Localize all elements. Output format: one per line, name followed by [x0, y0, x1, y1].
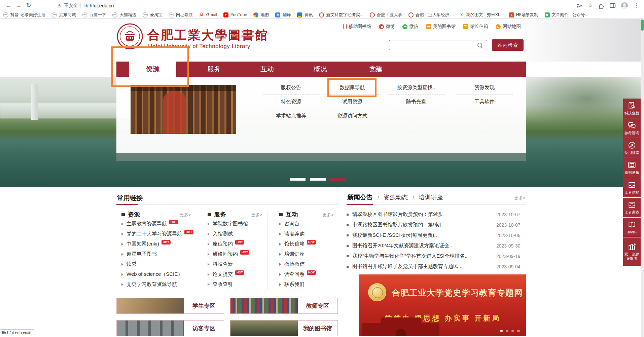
quick-link-item[interactable]: 读秀 — [121, 261, 137, 267]
news-more-link[interactable]: 更多> — [514, 195, 525, 201]
news-item[interactable]: 图书馆召开领导班子及党员干部主题教育专题民..2023-09-04 — [347, 263, 526, 270]
bookmark-item[interactable]: 天猫精选 — [112, 12, 136, 18]
bookmark-item[interactable]: 文章附件 - 公众号... — [545, 12, 588, 18]
quick-link-item[interactable]: Web of science（SCIE） — [121, 271, 183, 277]
megamenu-item-by-resource-type[interactable]: 按资源类型查找.. — [388, 81, 445, 95]
quick-link-item[interactable]: 超星电子图书 — [121, 251, 157, 257]
scrollbar-thumb[interactable] — [641, 20, 644, 31]
quick-link-item[interactable]: 中国知网(cnki)HOT — [121, 241, 171, 247]
megamenu-item-cd-rom[interactable]: 随书光盘 — [388, 95, 445, 109]
bookmark-item[interactable]: X我的图文 - 秀米XI... — [459, 12, 502, 18]
quick-link-item[interactable]: 科技查新 — [208, 261, 233, 267]
back-icon[interactable]: ← — [3, 0, 13, 11]
mobile-library-link[interactable]: 移动图书馆 — [343, 24, 371, 30]
university-emblem-logo[interactable] — [116, 23, 143, 50]
quick-link-item[interactable]: 论文提交HOT — [208, 271, 244, 277]
sidebar-reference-consult-button[interactable]: 参考咨询 — [623, 118, 641, 138]
my-library-link[interactable]: 我的图书馆 — [426, 24, 456, 30]
quick-link-item[interactable]: 党史学习教育资源导航 — [121, 281, 177, 288]
news-item[interactable]: 翡翠湖校区图书馆影片欣赏预约：第9期..2023-10-07 — [347, 211, 526, 218]
visitor-zone-banner[interactable]: 访客专区 — [116, 320, 224, 336]
carousel-dot[interactable] — [511, 330, 514, 332]
quick-link-item[interactable]: 研修间预约HOT — [208, 251, 249, 257]
search-icon[interactable] — [477, 43, 482, 47]
quick-link-item[interactable]: 主题教育资源导航HOT — [121, 221, 178, 227]
more-link[interactable]: 更多> — [322, 212, 334, 218]
carousel-dot[interactable] — [500, 330, 503, 332]
nav-item-party[interactable]: 党建 — [352, 62, 399, 77]
not-secure-warning-icon[interactable]: ⚠ — [57, 3, 62, 8]
nav-item-overview[interactable]: 概况 — [297, 62, 344, 77]
weibo-link[interactable]: 微博 — [379, 24, 395, 30]
tab-news-announcements[interactable]: 新闻公告 — [347, 193, 373, 202]
sidebar-reader-mailbox-button[interactable]: 读者信箱 — [623, 178, 641, 197]
tab-training-lectures[interactable]: 培训讲座 — [419, 193, 443, 201]
bookmark-item[interactable]: 百度一下 — [82, 12, 106, 18]
sidebar-sci-tech-check-button[interactable]: 科技查新 — [623, 99, 641, 118]
quick-link-item[interactable]: 入馆测试 — [208, 231, 233, 237]
news-item[interactable]: 图书馆召开2024年文献资源建设方案论证会..2023-09-30 — [347, 242, 526, 249]
quick-link-item[interactable]: 学院数字图书馆 — [208, 221, 248, 227]
site-search-input[interactable] — [389, 40, 487, 50]
bookmark-item[interactable]: 5H5场景复制 — [509, 12, 538, 18]
quick-link-item[interactable]: 咨询台 — [279, 221, 299, 227]
sidebar-book-plus-button[interactable]: Book+ — [623, 218, 641, 237]
sitemap-link[interactable]: 网站地图 — [496, 24, 521, 30]
quick-link-item[interactable]: 微博微信 — [279, 261, 305, 267]
megamenu-item-tools[interactable]: 工具软件 — [456, 95, 513, 109]
quick-link-item[interactable]: 调查问卷HOT — [279, 271, 316, 277]
news-item[interactable]: 我校最新SCI-E /SSCI收录(每周更新)..2023-10-06 — [347, 232, 526, 238]
more-link[interactable]: 更多> — [180, 212, 191, 218]
site-search-button[interactable]: 站内检索 — [492, 39, 524, 51]
quick-link-item[interactable]: 党的二十大学习资源导航HOT — [121, 231, 193, 237]
tab-resource-updates[interactable]: 资源动态 — [384, 193, 408, 201]
share-icon[interactable] — [576, 3, 582, 9]
quick-link-item[interactable]: 读者荐购 — [279, 231, 305, 237]
quick-link-item[interactable]: 联系我们 — [279, 281, 305, 288]
nav-item-resources[interactable]: 资源 — [129, 62, 176, 77]
profile-avatar[interactable] — [621, 2, 628, 9]
sidebar-new-books-button[interactable]: 新书通报 — [623, 158, 641, 177]
bookmark-item[interactable]: 合肥工业大学 — [370, 12, 402, 18]
extensions-puzzle-icon[interactable] — [598, 3, 604, 9]
bookmark-item[interactable]: ▶YouTube — [223, 12, 247, 17]
bookmark-item[interactable]: 爱淘宝 — [143, 12, 163, 18]
menu-dots-icon[interactable]: ⋮ — [633, 0, 639, 11]
megamenu-item-discovery[interactable]: 资源发现 — [456, 81, 513, 95]
student-zone-banner[interactable]: 学生专区 — [116, 298, 224, 314]
news-item[interactable]: 屯溪路校区图书馆影片欣赏预约：第9期..2023-10-07 — [347, 222, 526, 228]
scrollbar-track[interactable] — [641, 19, 644, 337]
bookmark-item[interactable]: 文翻译 — [275, 12, 291, 18]
more-link[interactable]: 更多> — [251, 212, 262, 218]
side-panel-icon[interactable] — [610, 3, 616, 9]
sidebar-double-first-class-button[interactable]: 双一流建设服务 — [623, 237, 641, 266]
bookmark-item[interactable]: 京东商城 — [52, 12, 76, 18]
megamenu-item-academic-sites[interactable]: 学术站点推荐 — [262, 109, 320, 123]
megamenu-item-access-methods[interactable]: 资源访问方式 — [324, 109, 381, 123]
carousel-dot[interactable] — [517, 330, 520, 332]
site-title[interactable]: 合肥工業大學圖書館 — [147, 27, 269, 44]
director-mailbox-link[interactable]: 馆长信箱 — [463, 24, 488, 30]
quick-link-item[interactable]: 培训讲座 — [279, 251, 305, 257]
carousel-indicator-active[interactable] — [330, 178, 346, 181]
my-library-zone-banner[interactable]: 我的图书馆 — [230, 320, 338, 336]
teacher-zone-banner[interactable]: 教师专区 — [230, 298, 338, 314]
bookmark-item[interactable]: 地图 — [253, 12, 269, 18]
nav-item-services[interactable]: 服务 — [190, 62, 238, 77]
sidebar-reader-survey-button[interactable]: 读者调查 — [623, 198, 641, 217]
bookmark-item[interactable]: MGmail — [199, 12, 217, 17]
address-bar[interactable]: ⚠ 不安全 lib.hfut.edu.cn — [57, 3, 576, 9]
megamenu-item-trial-resources[interactable]: 试用资源 — [324, 95, 381, 109]
bookmark-item[interactable]: 资讯 — [297, 12, 313, 18]
bookmark-item[interactable]: 合肥工业大学经济... — [408, 12, 453, 18]
bookmark-item[interactable]: 抖音-记录美好生活 — [3, 12, 45, 18]
reload-icon[interactable]: ↻ — [24, 0, 34, 11]
quick-link-item[interactable]: 座位预约HOT — [208, 241, 244, 247]
bookmark-item[interactable]: 新文科数字经济实... — [319, 12, 363, 18]
megamenu-item-database-navigation[interactable]: 数据库导航 — [324, 81, 381, 95]
megamenu-item-copyright[interactable]: 版权公告 — [262, 81, 320, 95]
carousel-indicator[interactable] — [290, 178, 306, 181]
carousel-dot[interactable] — [506, 330, 508, 332]
wechat-link[interactable]: 微信 — [402, 24, 419, 30]
bookmark-item[interactable]: 网址导航 — [169, 12, 193, 18]
